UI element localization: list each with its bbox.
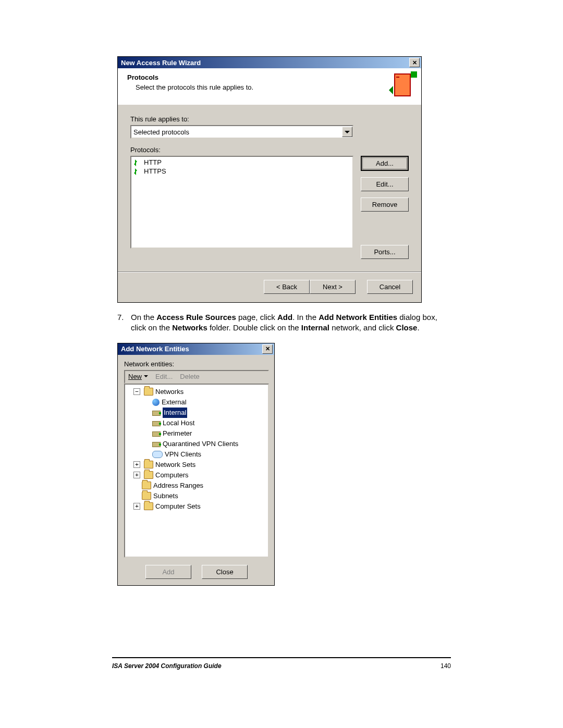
tree-node-computers[interactable]: +Computers [126, 470, 267, 480]
add-button[interactable]: Add... [361, 156, 409, 171]
dropdown-arrow-icon[interactable] [342, 127, 352, 137]
folder-icon [144, 471, 153, 479]
entities-titlebar[interactable]: Add Network Entities ✕ [118, 343, 274, 355]
globe-icon [152, 399, 160, 406]
entities-tree[interactable]: −Networks External Internal Local Host P… [124, 384, 269, 558]
applies-to-value: Selected protocols [133, 128, 189, 136]
page-footer: ISA Server 2004 Configuration Guide 140 [112, 662, 451, 670]
tree-node-subnets[interactable]: Subnets [126, 491, 267, 501]
wizard-nav: < Back Next > Cancel [118, 273, 421, 302]
wizard-title: New Access Rule Wizard [121, 59, 201, 67]
close-icon[interactable]: ✕ [262, 344, 273, 354]
access-rule-wizard-dialog: New Access Rule Wizard ✕ Protocols Selec… [117, 56, 422, 303]
protocols-listbox[interactable]: HTTP HTTPS [130, 156, 353, 249]
delete-menu: Delete [180, 373, 200, 380]
tree-item-quarantined[interactable]: Quarantined VPN Clients [126, 439, 267, 449]
back-button[interactable]: < Back [264, 280, 310, 294]
server-icon [387, 72, 414, 97]
banner-subtitle: Select the protocols this rule applies t… [127, 83, 253, 91]
entities-toolbar: New Edit... Delete [124, 370, 269, 384]
close-icon[interactable]: ✕ [409, 58, 420, 67]
folder-icon [142, 482, 151, 489]
folder-icon [142, 492, 151, 500]
instruction-step-7: 7. On the Access Rule Sources page, clic… [117, 312, 451, 334]
tree-node-networks[interactable]: −Networks [126, 387, 267, 397]
footer-rule [112, 657, 451, 658]
footer-page: 140 [440, 662, 451, 670]
tree-item-vpnclients[interactable]: VPN Clients [126, 449, 267, 460]
protocol-item[interactable]: HTTPS [132, 167, 351, 176]
footer-title: ISA Server 2004 Configuration Guide [112, 662, 222, 670]
wizard-banner: Protocols Select the protocols this rule… [118, 68, 421, 105]
protocols-label: Protocols: [130, 146, 409, 154]
applies-to-label: This rule applies to: [130, 115, 409, 123]
remove-button[interactable]: Remove [361, 198, 409, 212]
nic-icon [152, 442, 161, 447]
next-button[interactable]: Next > [310, 280, 356, 294]
protocol-icon [133, 159, 141, 166]
collapse-icon[interactable]: − [133, 388, 140, 395]
entities-label: Network entities: [124, 360, 269, 368]
applies-to-dropdown[interactable]: Selected protocols [130, 125, 353, 139]
add-entity-button: Add [145, 565, 191, 579]
tree-node-networksets[interactable]: +Network Sets [126, 460, 267, 470]
tree-node-computersets[interactable]: +Computer Sets [126, 501, 267, 512]
tree-item-external[interactable]: External [126, 397, 267, 408]
tree-item-localhost[interactable]: Local Host [126, 418, 267, 428]
add-network-entities-dialog: Add Network Entities ✕ Network entities:… [117, 343, 275, 586]
entities-title: Add Network Entities [121, 345, 189, 353]
protocol-item[interactable]: HTTP [132, 158, 351, 167]
nic-icon [152, 411, 161, 416]
protocol-icon [133, 168, 141, 175]
folder-icon [144, 461, 153, 468]
new-menu[interactable]: New [128, 373, 148, 380]
tree-node-addressranges[interactable]: Address Ranges [126, 480, 267, 491]
cloud-icon [152, 451, 163, 458]
edit-button[interactable]: Edit... [361, 177, 409, 191]
expand-icon[interactable]: + [133, 472, 140, 478]
ports-button[interactable]: Ports... [361, 245, 409, 259]
folder-icon [144, 502, 153, 510]
nic-icon [152, 421, 161, 426]
wizard-titlebar[interactable]: New Access Rule Wizard ✕ [118, 57, 421, 68]
close-entity-button[interactable]: Close [202, 565, 248, 579]
edit-menu: Edit... [155, 373, 173, 380]
folder-icon [144, 388, 153, 396]
instruction-text: On the Access Rule Sources page, click A… [131, 312, 451, 334]
tree-item-perimeter[interactable]: Perimeter [126, 428, 267, 439]
expand-icon[interactable]: + [133, 461, 140, 468]
nic-icon [152, 431, 161, 437]
banner-title: Protocols [127, 73, 253, 81]
expand-icon[interactable]: + [133, 503, 140, 510]
tree-item-internal[interactable]: Internal [126, 408, 267, 418]
cancel-button[interactable]: Cancel [367, 280, 413, 294]
